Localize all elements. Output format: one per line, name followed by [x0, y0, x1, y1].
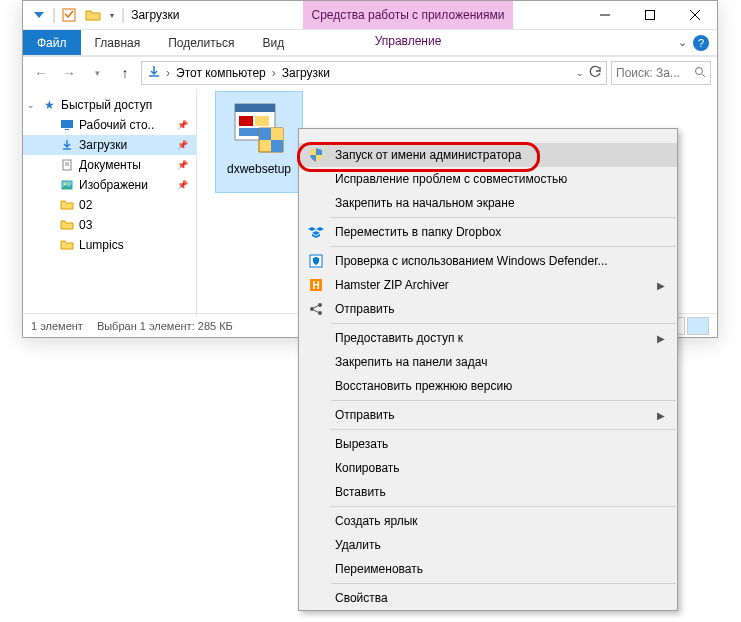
sidebar-item-folder[interactable]: Lumpics — [23, 235, 196, 255]
down-arrow-icon[interactable] — [27, 4, 51, 26]
qat-dropdown-icon[interactable]: ▾ — [105, 4, 119, 26]
pin-icon: 📌 — [177, 180, 188, 190]
breadcrumb-current[interactable]: Загрузки — [280, 66, 332, 80]
ctx-delete[interactable]: Удалить — [299, 533, 677, 557]
sidebar-item-pictures[interactable]: Изображени 📌 — [23, 175, 196, 195]
pin-icon: 📌 — [177, 160, 188, 170]
folder-icon — [59, 217, 75, 233]
view-large-icons-button[interactable] — [687, 317, 709, 335]
ctx-label: Исправление проблем с совместимостью — [335, 172, 567, 186]
ctx-send-to[interactable]: Отправить ▶ — [299, 403, 677, 427]
sidebar-item-documents[interactable]: Документы 📌 — [23, 155, 196, 175]
ctx-label: Отправить — [335, 408, 395, 422]
ctx-label: Предоставить доступ к — [335, 331, 463, 345]
ctx-send[interactable]: Отправить — [299, 297, 677, 321]
ctx-dropbox[interactable]: Переместить в папку Dropbox — [299, 220, 677, 244]
ctx-copy[interactable]: Копировать — [299, 456, 677, 480]
folder-icon — [59, 237, 75, 253]
sidebar-item-label: Загрузки — [79, 138, 127, 152]
ctx-label: Вставить — [335, 485, 386, 499]
ctx-rename[interactable]: Переименовать — [299, 557, 677, 581]
folder-qat-icon[interactable] — [81, 4, 105, 26]
ctx-properties[interactable]: Свойства — [299, 586, 677, 610]
star-icon: ★ — [41, 97, 57, 113]
breadcrumb-root[interactable]: Этот компьютер — [174, 66, 268, 80]
ctx-label: Вырезать — [335, 437, 388, 451]
ctx-label: Проверка с использованием Windows Defend… — [335, 254, 608, 268]
share-icon — [307, 300, 325, 318]
nav-back-button[interactable]: ← — [29, 61, 53, 85]
search-input[interactable]: Поиск: За... — [611, 61, 711, 85]
ctx-label: Отправить — [335, 302, 395, 316]
pictures-icon — [59, 177, 75, 193]
close-button[interactable] — [672, 1, 717, 29]
window-title: Загрузки — [131, 8, 179, 22]
sidebar-item-label: Изображени — [79, 178, 148, 192]
tab-home[interactable]: Главная — [81, 30, 155, 55]
tab-share[interactable]: Поделиться — [154, 30, 248, 55]
ctx-label: Переименовать — [335, 562, 423, 576]
ctx-paste[interactable]: Вставить — [299, 480, 677, 504]
file-tile-dxwebsetup[interactable]: dxwebsetup — [215, 91, 303, 193]
chevron-right-icon: ▶ — [657, 410, 665, 421]
hamster-icon: H — [307, 276, 325, 294]
tab-view[interactable]: Вид — [248, 30, 298, 55]
ctx-label: Переместить в папку Dropbox — [335, 225, 501, 239]
defender-icon — [307, 252, 325, 270]
tab-file[interactable]: Файл — [23, 30, 81, 55]
ctx-open[interactable] — [299, 129, 677, 143]
svg-rect-18 — [239, 116, 253, 126]
minimize-button[interactable] — [582, 1, 627, 29]
properties-qat-icon[interactable] — [57, 4, 81, 26]
context-tab-header: Средства работы с приложениями — [303, 1, 513, 29]
chevron-right-icon: ▶ — [657, 280, 665, 291]
ctx-share-access[interactable]: Предоставить доступ к ▶ — [299, 326, 677, 350]
file-label: dxwebsetup — [227, 162, 291, 176]
maximize-button[interactable] — [627, 1, 672, 29]
sidebar-item-downloads[interactable]: Загрузки 📌 — [23, 135, 196, 155]
ctx-compat[interactable]: Исправление проблем с совместимостью — [299, 167, 677, 191]
dropbox-icon — [307, 223, 325, 241]
chevron-down-icon[interactable]: ⌄ — [27, 100, 35, 110]
breadcrumb[interactable]: › Этот компьютер › Загрузки ⌄ — [141, 61, 607, 85]
ctx-pin-taskbar[interactable]: Закрепить на панели задач — [299, 350, 677, 374]
ctx-label: Закрепить на начальном экране — [335, 196, 515, 210]
ribbon-expand-icon[interactable]: ⌄ — [678, 36, 687, 49]
svg-point-25 — [318, 303, 322, 307]
search-icon — [694, 66, 706, 81]
svg-line-7 — [702, 74, 705, 77]
svg-point-15 — [64, 183, 66, 185]
sidebar-item-folder[interactable]: 03 — [23, 215, 196, 235]
address-dropdown-icon[interactable]: ⌄ — [576, 68, 584, 78]
ctx-label: Копировать — [335, 461, 400, 475]
nav-recent-dropdown[interactable]: ▾ — [85, 61, 109, 85]
ctx-shortcut[interactable]: Создать ярлык — [299, 509, 677, 533]
nav-up-button[interactable]: ↑ — [113, 61, 137, 85]
sidebar-item-label: Документы — [79, 158, 141, 172]
sidebar-quick-access[interactable]: ⌄ ★ Быстрый доступ — [23, 95, 196, 115]
ctx-cut[interactable]: Вырезать — [299, 432, 677, 456]
refresh-icon[interactable] — [588, 65, 602, 82]
ctx-separator — [331, 323, 676, 324]
nav-forward-button: → — [57, 61, 81, 85]
addressbar: ← → ▾ ↑ › Этот компьютер › Загрузки ⌄ По… — [23, 57, 717, 89]
documents-icon — [59, 157, 75, 173]
tab-manage[interactable]: Управление — [303, 30, 513, 52]
context-menu: Запуск от имени администратора Исправлен… — [298, 128, 678, 611]
status-selection: Выбран 1 элемент: 285 КБ — [97, 320, 233, 332]
help-icon[interactable]: ? — [693, 35, 709, 51]
sidebar-item-desktop[interactable]: Рабочий сто.. 📌 — [23, 115, 196, 135]
ctx-defender[interactable]: Проверка с использованием Windows Defend… — [299, 249, 677, 273]
svg-line-28 — [314, 310, 319, 313]
svg-rect-8 — [61, 120, 73, 128]
sidebar-item-folder[interactable]: 02 — [23, 195, 196, 215]
ctx-restore[interactable]: Восстановить прежнюю версию — [299, 374, 677, 398]
titlebar: | ▾ | Загрузки Средства работы с приложе… — [23, 1, 717, 29]
ctx-separator — [331, 506, 676, 507]
svg-rect-19 — [255, 116, 269, 126]
sidebar-item-label: Быстрый доступ — [61, 98, 152, 112]
ctx-run-as-admin[interactable]: Запуск от имени администратора — [299, 143, 677, 167]
desktop-icon — [59, 117, 75, 133]
ctx-hamster[interactable]: H Hamster ZIP Archiver ▶ — [299, 273, 677, 297]
ctx-pin-start[interactable]: Закрепить на начальном экране — [299, 191, 677, 215]
